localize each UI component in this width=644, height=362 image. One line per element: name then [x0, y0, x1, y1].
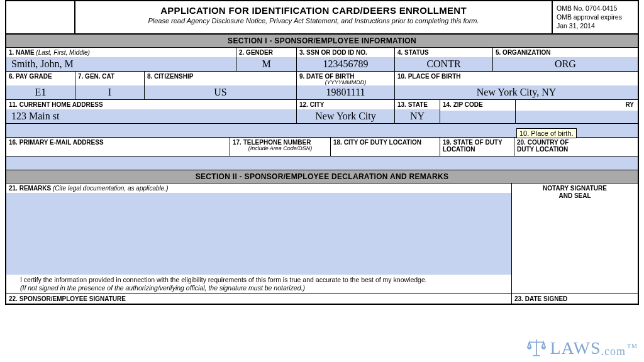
- notary-label-2: AND SEAL: [514, 192, 635, 200]
- omb-number: OMB No. 0704-0415: [557, 4, 634, 13]
- cert-line-2: (If not signed in the presence of the au…: [20, 284, 305, 292]
- field-dob-label: 9. DATE OF BIRTH: [297, 72, 394, 80]
- row-name-gender-ssn-status-org: 1. NAME (Last, First, Middle) Smith, Joh…: [6, 48, 638, 72]
- field-name: 1. NAME (Last, First, Middle) Smith, Joh…: [6, 48, 236, 72]
- field-zip-code: 14. ZIP CODE: [440, 100, 516, 124]
- header-logo-box: [6, 1, 75, 33]
- field-home-address-label: 11. CURRENT HOME ADDRESS: [6, 100, 296, 108]
- field-organization: 5. ORGANIZATION ORG: [493, 48, 638, 72]
- field-gen-cat-value[interactable]: I: [75, 85, 144, 99]
- field-status: 4. STATUS CONTR: [395, 48, 493, 72]
- field-name-value[interactable]: Smith, John, M: [6, 57, 236, 71]
- form-title: APPLICATION FOR IDENTIFICATION CARD/DEER…: [80, 5, 547, 16]
- field-ssn: 3. SSN OR DOD ID NO. 123456789: [297, 48, 395, 72]
- field-state-value[interactable]: NY: [395, 109, 440, 123]
- field-gen-cat: 7. GEN. CAT I: [75, 72, 145, 100]
- field-zip-value[interactable]: [440, 111, 515, 123]
- field-duty-city-label: 18. CITY OF DUTY LOCATION: [331, 138, 440, 146]
- header-title-area: APPLICATION FOR IDENTIFICATION CARD/DEER…: [75, 1, 553, 33]
- field-status-value[interactable]: CONTR: [395, 57, 492, 71]
- field-zip-label: 14. ZIP CODE: [440, 100, 515, 108]
- field-citizenship: 8. CITIZENSHIP US: [145, 72, 297, 100]
- field-telephone: 17. TELEPHONE NUMBER (Include Area Code/…: [230, 138, 331, 156]
- field-gender-value[interactable]: M: [236, 57, 296, 71]
- section-2-header: SECTION II - SPONSOR/EMPLOYEE DECLARATIO…: [6, 170, 638, 184]
- field-organization-label: 5. ORGANIZATION: [493, 48, 638, 56]
- field-duty-country-label: 20. COUNTRY OF: [514, 138, 638, 146]
- form-container: APPLICATION FOR IDENTIFICATION CARD/DEER…: [5, 0, 639, 305]
- field-duty-state-label: 19. STATE OF DUTY: [440, 138, 514, 146]
- field-dob-format: (YYYYMMMDD): [297, 80, 394, 85]
- section-1-header: SECTION I - SPONSOR/EMPLOYEE INFORMATION: [6, 35, 638, 48]
- field-duty-state-sub: LOCATION: [440, 146, 514, 153]
- laws-watermark: LAWS.com TM: [526, 337, 638, 358]
- omb-expires-date: Jan 31, 2014: [557, 21, 634, 30]
- field-pay-grade-value[interactable]: E1: [6, 85, 75, 99]
- field-name-paren: (Last, First, Middle): [35, 49, 90, 56]
- row-paygrade-gencat-citizenship-dob-pob: 6. PAY GRADE E1 7. GEN. CAT I 8. CITIZEN…: [6, 72, 638, 100]
- duty-values-row[interactable]: [6, 156, 638, 170]
- row-email-phone-duty: 16. PRIMARY E-MAIL ADDRESS 17. TELEPHONE…: [6, 138, 638, 156]
- field-country-label-partial: RY: [516, 100, 638, 108]
- field-ssn-value[interactable]: 123456789: [297, 57, 394, 71]
- field-pay-grade-label: 6. PAY GRADE: [6, 72, 75, 80]
- tooltip-place-of-birth: 10. Place of birth.: [516, 128, 577, 138]
- field-country-partial: RY: [516, 100, 638, 124]
- omb-block: OMB No. 0704-0415 OMB approval expires J…: [553, 1, 638, 33]
- remarks-label: 21. REMARKS: [9, 185, 51, 192]
- remarks-input[interactable]: [6, 193, 511, 275]
- field-email-label: 16. PRIMARY E-MAIL ADDRESS: [6, 138, 230, 146]
- field-home-address-value[interactable]: 123 Main st: [6, 109, 296, 123]
- notary-column: NOTARY SIGNATURE AND SEAL: [512, 184, 638, 293]
- field-sponsor-signature: 22. SPONSOR/EMPLOYEE SIGNATURE: [6, 294, 512, 304]
- field-state-label: 13. STATE: [395, 100, 440, 108]
- form-header: APPLICATION FOR IDENTIFICATION CARD/DEER…: [6, 1, 638, 35]
- field-telephone-sub: (Include Area Code/DSN): [230, 146, 330, 151]
- form-subtitle: Please read Agency Disclosure Notice, Pr…: [80, 17, 547, 25]
- remarks-paren: (Cite legal documentation, as applicable…: [51, 185, 168, 192]
- field-duty-country: 20. COUNTRY OF DUTY LOCATION: [514, 138, 638, 156]
- field-duty-city: 18. CITY OF DUTY LOCATION: [331, 138, 440, 156]
- field-country-value[interactable]: [516, 111, 638, 123]
- certification-text: I certify the information provided in co…: [6, 275, 511, 293]
- field-dob-value[interactable]: 19801111: [297, 85, 394, 99]
- field-duty-state: 19. STATE OF DUTY LOCATION: [440, 138, 514, 156]
- field-gender-label: 2. GENDER: [236, 48, 296, 56]
- field-date-of-birth: 9. DATE OF BIRTH (YYYYMMMDD) 19801111: [297, 72, 395, 100]
- row-address-city-state-zip-country: 11. CURRENT HOME ADDRESS 123 Main st 12.…: [6, 100, 638, 124]
- field-date-signed: 23. DATE SIGNED: [512, 294, 638, 304]
- field-ssn-label: 3. SSN OR DOD ID NO.: [297, 48, 394, 56]
- watermark-suffix: .com: [601, 345, 626, 358]
- field-home-address: 11. CURRENT HOME ADDRESS 123 Main st: [6, 100, 297, 124]
- signature-row: 22. SPONSOR/EMPLOYEE SIGNATURE 23. DATE …: [6, 293, 638, 304]
- field-place-of-birth: 10. PLACE OF BIRTH New York City, NY: [395, 72, 638, 100]
- field-state: 13. STATE NY: [395, 100, 440, 124]
- trademark-symbol: TM: [627, 343, 638, 349]
- field-city-value[interactable]: New York City: [297, 109, 394, 123]
- field-city-label: 12. CITY: [297, 100, 394, 108]
- scales-icon: [526, 337, 547, 358]
- field-pay-grade: 6. PAY GRADE E1: [6, 72, 75, 100]
- field-gen-cat-label: 7. GEN. CAT: [75, 72, 144, 80]
- remarks-notary-row: 21. REMARKS (Cite legal documentation, a…: [6, 184, 638, 293]
- watermark-text: LAWS: [550, 338, 601, 358]
- field-organization-value[interactable]: ORG: [493, 57, 638, 71]
- field-citizenship-value[interactable]: US: [145, 85, 296, 99]
- field-gender: 2. GENDER M: [236, 48, 297, 72]
- field-status-label: 4. STATUS: [395, 48, 492, 56]
- remarks-column: 21. REMARKS (Cite legal documentation, a…: [6, 184, 512, 293]
- field-email: 16. PRIMARY E-MAIL ADDRESS: [6, 138, 230, 156]
- field-pob-value[interactable]: New York City, NY: [395, 85, 638, 99]
- notary-label-1: NOTARY SIGNATURE: [514, 185, 635, 192]
- field-citizenship-label: 8. CITIZENSHIP: [145, 72, 296, 80]
- field-telephone-label: 17. TELEPHONE NUMBER: [230, 138, 330, 146]
- field-duty-country-sub: DUTY LOCATION: [514, 146, 638, 153]
- field-name-label: 1. NAME: [9, 49, 35, 56]
- cert-line-1: I certify the information provided in co…: [20, 276, 427, 283]
- field-city: 12. CITY New York City: [297, 100, 395, 124]
- omb-expires-label: OMB approval expires: [557, 13, 634, 21]
- field-pob-label: 10. PLACE OF BIRTH: [395, 72, 638, 80]
